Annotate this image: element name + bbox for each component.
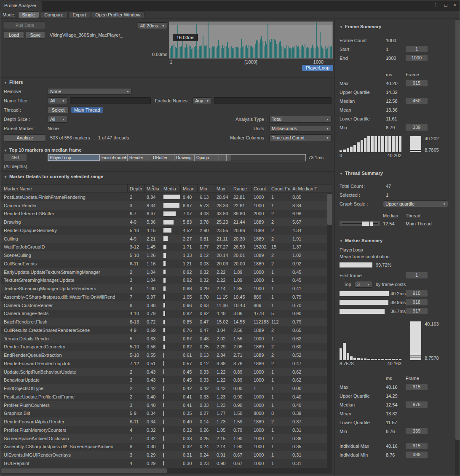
marker-table-row[interactable]: Camera.ImageEffects4-100.790.820.624.483… xyxy=(0,310,327,318)
top-marker-segment[interactable] xyxy=(223,155,227,161)
column-header-max[interactable]: Max xyxy=(214,185,231,193)
load-button[interactable]: Load xyxy=(4,31,24,39)
top-markers-section-header[interactable]: ▼Top 10 markers on median frame xyxy=(4,147,82,152)
units-dropdown[interactable]: Milliseconds ▼ xyxy=(269,125,332,132)
vertical-scrollbar-thumb[interactable] xyxy=(327,194,332,225)
frame-link-badge[interactable]: 339 xyxy=(406,124,428,131)
marker-table-row[interactable]: Terrain.Details.Render50.630.670.482.021… xyxy=(0,334,327,343)
analyze-button[interactable]: Analyze xyxy=(4,134,46,142)
right-scrollbar-thumb[interactable] xyxy=(455,20,460,440)
marker-table-vertical-scrollbar[interactable] xyxy=(327,193,332,468)
menubar-button-compare[interactable]: Compare xyxy=(40,11,67,18)
column-header-count-frame[interactable]: Count Fra xyxy=(269,185,290,193)
marker-table-horizontal-scrollbar[interactable] xyxy=(0,468,332,473)
exclude-mode-dropdown[interactable]: Any ▼ xyxy=(193,97,211,104)
marker-summary-header[interactable]: ▼Marker Summary xyxy=(340,238,449,243)
chart-scale-dropdown[interactable]: 40.20ms ▼ xyxy=(138,22,167,29)
marker-table-row[interactable]: WaitForJobGroupID3-121.451.710.7727.2726… xyxy=(0,243,327,251)
marker-table-row[interactable]: Camera.Render38.348.975.7328.3422.611000… xyxy=(0,201,327,210)
marker-table-row[interactable]: EarlyUpdate.UpdateTextureStreamingManage… xyxy=(0,268,327,276)
frame-link-badge[interactable]: 915 xyxy=(406,290,428,297)
marker-table-row[interactable]: Assembly-CSharp-firstpass.dll!::WaterTil… xyxy=(0,293,327,301)
menubar-button-export[interactable]: Export xyxy=(68,11,90,18)
menu-icon[interactable]: ⋮ xyxy=(433,2,439,8)
marker-table-row[interactable]: SceneCulling5-101.261.330.1220.1420.0118… xyxy=(0,251,327,259)
top-marker-segment[interactable]: GBuffer xyxy=(151,155,174,161)
marker-details-section-header[interactable]: ▼Marker Details for currently selected r… xyxy=(4,174,103,179)
frame-link-badge[interactable]: 450 xyxy=(406,98,428,104)
marker-table-row[interactable]: Render.TransparentGeometry5-100.560.620.… xyxy=(0,343,327,351)
name-filter-input[interactable] xyxy=(70,97,151,104)
frame-summary-header[interactable]: ▼Frame Summary xyxy=(340,24,449,29)
frame-link-badge[interactable]: 1000 xyxy=(406,55,428,61)
close-icon[interactable]: × xyxy=(453,2,456,8)
column-header-range[interactable]: Range xyxy=(231,185,251,193)
frame-link-badge[interactable]: 976 xyxy=(406,401,428,408)
column-header-median-bar[interactable]: Media xyxy=(161,185,181,193)
thread-row[interactable]: 12.54 Main Thread xyxy=(340,219,449,228)
marker-columns-dropdown[interactable]: Time and Count ▼ xyxy=(269,134,332,141)
thread-select-button[interactable]: Select xyxy=(48,107,69,113)
column-header-marker-name[interactable]: Marker Name xyxy=(0,185,128,193)
marker-table-row[interactable]: Profiler.FlushMemoryCounters40.320.320.2… xyxy=(0,426,327,434)
frame-link-badge[interactable]: 339 xyxy=(406,428,428,434)
column-header-min[interactable]: Min xyxy=(198,185,214,193)
top-marker-segment[interactable]: Opaqu xyxy=(195,155,213,161)
exclude-names-input[interactable] xyxy=(214,97,332,104)
marker-table-row[interactable]: PostLateUpdate.FinishFrameRendering28.84… xyxy=(0,193,327,201)
column-header-count[interactable]: Count xyxy=(251,185,269,193)
top-count-dropdown[interactable]: 3 ▼ xyxy=(355,281,372,288)
top-marker-segment[interactable]: Drawing xyxy=(174,155,195,161)
marker-table-row[interactable]: Camera.CustomRender80.880.960.6311.0610.… xyxy=(0,301,327,310)
analysis-type-dropdown[interactable]: Total ▼ xyxy=(269,116,332,123)
marker-table-row[interactable]: GUI.Repaint40.290.300.230.900.67100010.3… xyxy=(0,459,327,468)
top-marker-segment[interactable]: PlayerLoop xyxy=(48,155,100,161)
column-header-at-median[interactable]: At Median F xyxy=(290,185,332,193)
top-marker-segment[interactable] xyxy=(213,155,219,161)
marker-table-row[interactable]: Profiler.FlushCounters30.400.410.331.230… xyxy=(0,401,327,409)
right-panel-scrollbar[interactable] xyxy=(455,19,460,476)
frame-time-chart[interactable]: 16.00ms xyxy=(169,21,333,59)
column-header-median[interactable]: Media▲ xyxy=(144,185,161,193)
menubar-button-single[interactable]: Single xyxy=(18,11,40,18)
frame-link-badge[interactable]: 1 xyxy=(406,272,428,278)
pull-data-button[interactable]: Pull Data xyxy=(4,21,46,29)
frame-link-badge[interactable]: 915 xyxy=(406,80,428,86)
depth-slice-dropdown[interactable]: All ▼ xyxy=(48,116,67,123)
filters-section-header[interactable]: ▼Filters xyxy=(4,80,23,85)
top-marker-segment[interactable] xyxy=(219,155,223,161)
marker-table-row[interactable]: CullResults.CreateSharedRendererScene4-9… xyxy=(0,326,327,334)
frame-link-badge[interactable]: 915 xyxy=(406,443,428,449)
marker-table-row[interactable]: Update.ScriptRunBehaviourUpdate20.430.45… xyxy=(0,368,327,376)
graph-scale-dropdown[interactable]: Upper quartile ▼ xyxy=(383,201,448,207)
maximize-icon[interactable]: □ xyxy=(444,2,447,8)
frame-link-badge[interactable]: 339 xyxy=(406,452,428,458)
frame-link-badge[interactable]: 1 xyxy=(406,46,428,52)
remove-dropdown[interactable]: None ▼ xyxy=(48,88,132,95)
marker-table-row[interactable]: EndRenderQueueExtraction5-100.550.610.13… xyxy=(0,351,327,359)
menubar-button-open-profiler-window[interactable]: Open Profiler Window xyxy=(91,11,144,18)
median-frame-badge[interactable]: 450 xyxy=(4,154,27,161)
marker-table-row[interactable]: Render.OpaqueGeometry5-104.154.522.9023.… xyxy=(0,226,327,235)
marker-table-row[interactable]: BehaviourUpdate30.430.450.331.220.891000… xyxy=(0,376,327,385)
marker-table-row[interactable]: RenderForward.RenderLoopJob7-120.510.570… xyxy=(0,359,327,368)
top-marker-segment[interactable]: Render xyxy=(128,155,151,161)
marker-table-row[interactable]: PostLateUpdate.ProfilerEndFrame20.400.41… xyxy=(0,393,327,401)
thread-summary-header[interactable]: ▼Thread Summary xyxy=(340,171,449,176)
frame-link-badge[interactable]: 917 xyxy=(406,308,428,314)
marker-table-row[interactable]: ScreenSpaceAmbientOcclusion70.320.330.25… xyxy=(0,434,327,443)
marker-table-row[interactable]: UIEvents.IMGUIRenderOverlays30.290.310.2… xyxy=(0,451,327,459)
marker-table-row[interactable]: Drawing4-95.365.833.7825.2321.44188925.6… xyxy=(0,218,327,226)
column-header-mean[interactable]: Mean xyxy=(181,185,198,193)
frame-link-badge[interactable]: 918 xyxy=(406,299,428,305)
top-marker-segment[interactable]: FinishFrameR xyxy=(100,155,128,161)
column-header-depth[interactable]: Depth xyxy=(128,185,144,193)
marker-table-row[interactable]: CullSendEvents6-111.161.210.0320.0320.00… xyxy=(0,259,327,268)
marker-table-row[interactable]: BatchRenderer.Flush8-130.720.850.4715.02… xyxy=(0,318,327,326)
frame-link-badge[interactable]: 915 xyxy=(406,384,428,390)
window-tab[interactable]: Profile Analyzer xyxy=(1,1,42,11)
save-button[interactable]: Save xyxy=(26,31,45,39)
marker-table-row[interactable]: RenderDeferred.GBuffer6-76.477.074.0343.… xyxy=(0,210,327,218)
marker-table-row[interactable]: RenderForwardAlpha.Render6-110.340.400.1… xyxy=(0,417,327,426)
marker-table-row[interactable]: TextureStreamingManager.Update31.040.920… xyxy=(0,276,327,285)
